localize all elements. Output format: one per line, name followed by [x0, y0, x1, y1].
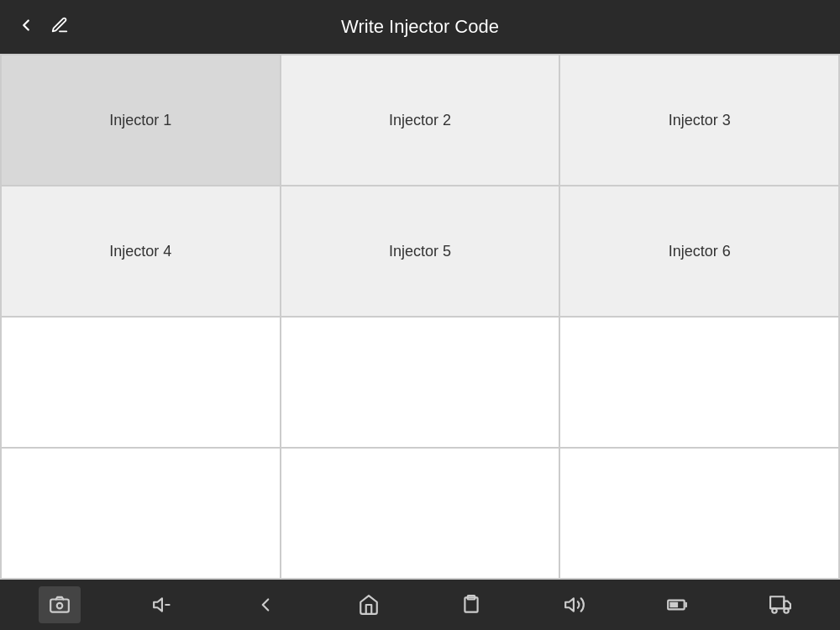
- injector-5-cell[interactable]: Injector 5: [281, 186, 560, 317]
- injector-6-label: Injector 6: [669, 243, 731, 260]
- bottom-nav-bar: [0, 580, 840, 630]
- page-title: Write Injector Code: [341, 16, 499, 38]
- svg-rect-10: [770, 596, 784, 608]
- injector-1-label: Injector 1: [109, 112, 171, 129]
- empty-cell-7[interactable]: [1, 317, 281, 448]
- empty-cell-8[interactable]: [281, 317, 560, 448]
- recents-button[interactable]: [450, 586, 492, 623]
- svg-rect-9: [670, 602, 679, 608]
- edit-button[interactable]: [50, 16, 69, 38]
- injector-grid: Injector 1 Injector 2 Injector 3 Injecto…: [0, 54, 840, 580]
- svg-rect-0: [50, 600, 69, 612]
- injector-2-cell[interactable]: Injector 2: [281, 55, 560, 186]
- svg-marker-2: [154, 598, 162, 611]
- nav-back-button[interactable]: [244, 586, 286, 623]
- empty-cell-9[interactable]: [559, 317, 839, 448]
- header: Write Injector Code: [0, 0, 840, 54]
- main-content: Injector 1 Injector 2 Injector 3 Injecto…: [0, 54, 840, 580]
- injector-5-label: Injector 5: [389, 243, 451, 260]
- injector-2-label: Injector 2: [389, 112, 451, 129]
- truck-button[interactable]: [759, 586, 801, 623]
- injector-4-label: Injector 4: [109, 243, 171, 260]
- svg-point-12: [772, 608, 776, 612]
- battery-button[interactable]: [656, 586, 698, 623]
- empty-cell-10[interactable]: [1, 448, 281, 579]
- empty-cell-11[interactable]: [281, 448, 560, 579]
- volume-up-button[interactable]: [554, 586, 596, 623]
- home-button[interactable]: [348, 586, 390, 623]
- svg-point-1: [57, 603, 63, 609]
- injector-3-cell[interactable]: Injector 3: [559, 55, 839, 186]
- svg-marker-11: [784, 601, 790, 609]
- back-button[interactable]: [17, 16, 35, 38]
- injector-1-cell[interactable]: Injector 1: [1, 55, 281, 186]
- injector-4-cell[interactable]: Injector 4: [1, 186, 281, 317]
- injector-6-cell[interactable]: Injector 6: [559, 186, 839, 317]
- screenshot-button[interactable]: [39, 586, 81, 623]
- empty-cell-12[interactable]: [559, 448, 839, 579]
- svg-marker-6: [565, 598, 574, 611]
- svg-point-13: [784, 608, 788, 612]
- injector-3-label: Injector 3: [669, 112, 731, 129]
- volume-down-button[interactable]: [142, 586, 184, 623]
